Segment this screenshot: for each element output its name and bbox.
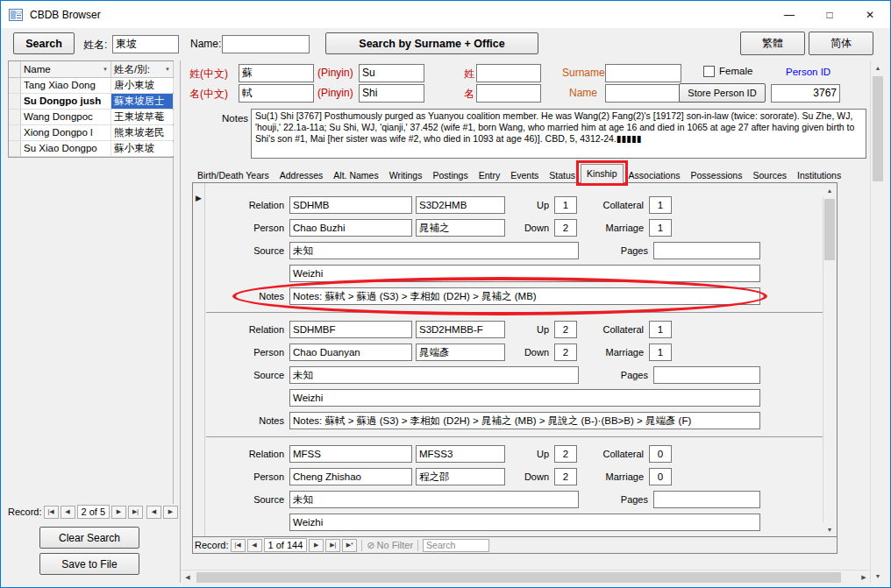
- source-name-field[interactable]: Weizhi: [289, 265, 760, 282]
- minimize-button[interactable]: —: [769, 1, 809, 28]
- tab-events[interactable]: Events: [505, 166, 544, 183]
- tab-birth-death-years[interactable]: Birth/Death Years: [192, 166, 274, 183]
- down-field[interactable]: 2: [554, 219, 577, 237]
- column-header-name[interactable]: Name ▼: [21, 61, 111, 77]
- result-name[interactable]: Xiong Dongpo l: [21, 125, 111, 140]
- kin-person-cn-field[interactable]: 程之邵: [416, 468, 505, 485]
- new-record-button[interactable]: ▶*: [342, 539, 357, 552]
- cn-name-input[interactable]: 東坡: [112, 35, 179, 53]
- scroll-right-icon[interactable]: ▶: [857, 570, 871, 584]
- filter-status[interactable]: No Filter: [377, 540, 414, 550]
- source-name-field[interactable]: Weizhi: [289, 389, 760, 407]
- result-name[interactable]: Tang Xiao Dong: [21, 78, 111, 93]
- column-header-altname[interactable]: 姓名/別: ▼: [111, 61, 174, 77]
- tab-postings[interactable]: Postings: [427, 166, 473, 183]
- list-scroll-right-button[interactable]: ▶: [163, 506, 178, 519]
- relation-code2-field[interactable]: S3D2HMBB-F: [416, 321, 505, 338]
- given-pinyin-field[interactable]: Shi: [359, 84, 424, 103]
- result-name[interactable]: Su Dongpo jush: [21, 94, 111, 109]
- subform-scrollbar[interactable]: ▲ ▼: [823, 183, 837, 536]
- surname-pinyin-field[interactable]: Su: [359, 64, 424, 82]
- source-field[interactable]: 未知: [289, 491, 579, 508]
- marriage-field[interactable]: 0: [649, 468, 672, 485]
- relation-code-field[interactable]: MFSS: [289, 445, 412, 463]
- result-altname[interactable]: 蘇東坡居士: [111, 94, 174, 109]
- scroll-down-icon[interactable]: ▼: [871, 569, 885, 583]
- up-field[interactable]: 2: [554, 445, 577, 463]
- last-record-button[interactable]: ▶|: [128, 506, 143, 519]
- result-altname[interactable]: 唐小東坡: [111, 78, 174, 93]
- previous-record-button[interactable]: ◀: [61, 506, 75, 519]
- next-record-button[interactable]: ▶: [111, 506, 126, 519]
- list-item[interactable]: Su Xiao Dongpo 蘇小東坡: [9, 141, 173, 157]
- row-selector[interactable]: [9, 78, 21, 93]
- pages-field[interactable]: [653, 366, 760, 384]
- person-id-field[interactable]: 3767: [771, 84, 840, 103]
- tab-entry[interactable]: Entry: [474, 166, 506, 183]
- last-record-button[interactable]: ▶|: [325, 539, 340, 552]
- kin-notes-field[interactable]: Notes: 蘇軾 > 蘇過 (S3) > 李相如 (D2H) > 晁補之 (M…: [289, 412, 760, 429]
- pages-field[interactable]: [653, 242, 760, 259]
- tab-kinship[interactable]: Kinship: [581, 164, 623, 184]
- kin-person-field[interactable]: Cheng Zhishao: [289, 468, 412, 485]
- result-altname[interactable]: 王東坡草菴: [111, 110, 174, 124]
- next-record-button[interactable]: ▶: [309, 539, 324, 552]
- scroll-up-icon[interactable]: ▲: [871, 60, 885, 74]
- xing-field[interactable]: [476, 64, 541, 82]
- scroll-left-icon[interactable]: ◀: [181, 570, 195, 584]
- row-selector[interactable]: [9, 125, 21, 140]
- list-item-selected[interactable]: Su Dongpo jush 蘇東坡居士: [9, 94, 173, 110]
- row-selector[interactable]: [9, 94, 21, 109]
- name-cn-field[interactable]: [605, 84, 681, 103]
- collateral-field[interactable]: 1: [649, 196, 672, 214]
- tab-status[interactable]: Status: [544, 166, 581, 183]
- surname-field[interactable]: [605, 64, 681, 82]
- first-record-button[interactable]: |◀: [44, 506, 59, 519]
- simplified-chinese-button[interactable]: 简体: [809, 32, 873, 55]
- scroll-up-icon[interactable]: ▲: [823, 183, 837, 197]
- scrollbar-thumb[interactable]: [824, 199, 835, 260]
- search-by-surname-office-button[interactable]: Search by Surname + Office: [325, 32, 538, 54]
- scrollbar-thumb[interactable]: [873, 76, 883, 181]
- relation-code2-field[interactable]: MFSS3: [416, 445, 505, 463]
- dropdown-icon[interactable]: ▼: [165, 62, 170, 77]
- previous-record-button[interactable]: ◀: [247, 539, 262, 552]
- store-person-id-button[interactable]: Store Person ID: [679, 83, 766, 103]
- tab-possessions[interactable]: Possessions: [686, 166, 748, 183]
- save-to-file-button[interactable]: Save to File: [39, 553, 139, 575]
- collateral-field[interactable]: 0: [649, 445, 672, 463]
- marriage-field[interactable]: 1: [649, 344, 672, 361]
- close-button[interactable]: ✕: [850, 1, 890, 28]
- female-checkbox[interactable]: [703, 66, 715, 77]
- tab-addresses[interactable]: Addresses: [274, 166, 329, 183]
- ming-field[interactable]: [476, 84, 541, 103]
- person-notes-field[interactable]: Su(1) Shi [3767] Posthumously purged as …: [251, 109, 866, 159]
- given-cn-field[interactable]: 軾: [239, 84, 314, 103]
- result-name[interactable]: Wang Dongpoc: [21, 110, 111, 124]
- search-button[interactable]: Search: [13, 32, 75, 54]
- row-selector[interactable]: [9, 141, 21, 156]
- list-item[interactable]: Wang Dongpoc 王東坡草菴: [9, 110, 173, 125]
- first-record-button[interactable]: |◀: [231, 539, 246, 552]
- tab-sources[interactable]: Sources: [747, 166, 792, 183]
- source-name-field[interactable]: Weizhi: [289, 514, 760, 531]
- list-item[interactable]: Tang Xiao Dong 唐小東坡: [9, 78, 173, 94]
- filter-icon[interactable]: ⊘: [367, 540, 374, 551]
- marriage-field[interactable]: 1: [649, 219, 672, 237]
- relation-code-field[interactable]: SDHMB: [289, 196, 412, 214]
- tab-institutions[interactable]: Institutions: [792, 166, 846, 183]
- dropdown-icon[interactable]: ▼: [103, 62, 108, 77]
- subform-record-selector[interactable]: ▶: [193, 183, 205, 536]
- list-scroll-left-button[interactable]: ◀: [146, 506, 161, 519]
- down-field[interactable]: 2: [554, 468, 577, 485]
- down-field[interactable]: 2: [554, 344, 577, 361]
- maximize-button[interactable]: □: [809, 1, 850, 28]
- name-input[interactable]: [222, 35, 310, 53]
- kin-person-field[interactable]: Chao Duanyan: [289, 344, 412, 361]
- surname-cn-field[interactable]: 蘇: [239, 64, 314, 82]
- kin-notes-field[interactable]: Notes: 蘇軾 > 蘇過 (S3) > 李相如 (D2H) > 晁補之 (M…: [289, 287, 760, 305]
- result-altname[interactable]: 熊東坡老民: [111, 125, 174, 140]
- tab-alt-names[interactable]: Alt. Names: [328, 166, 383, 183]
- form-horizontal-scrollbar[interactable]: ◀ ▶: [181, 570, 871, 584]
- up-field[interactable]: 1: [554, 196, 577, 214]
